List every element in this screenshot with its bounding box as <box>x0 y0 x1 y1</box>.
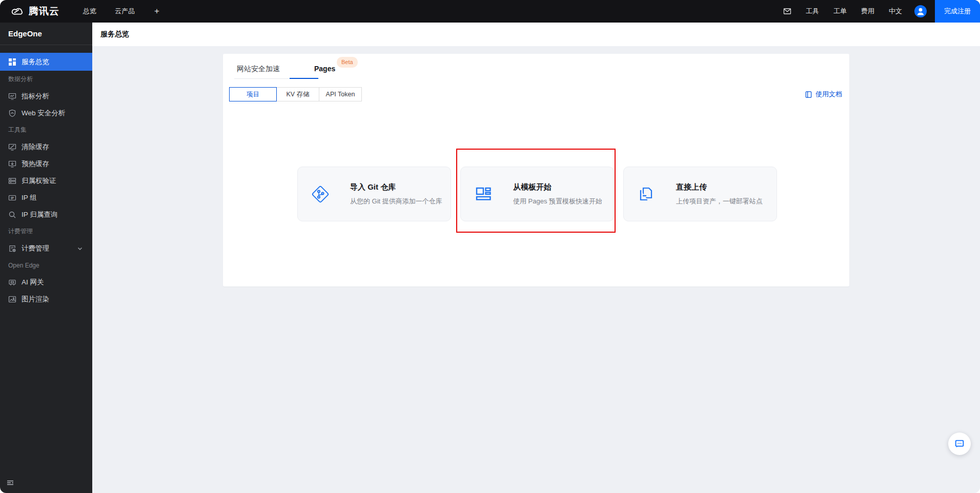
sidebar-item-label: 图片渲染 <box>22 295 49 304</box>
document-icon <box>805 91 812 98</box>
app-window: 腾讯云 总览 云产品 + 工具 工单 费用 中文 <box>0 0 980 493</box>
sidebar-item-ai-gateway[interactable]: AI 网关 <box>0 274 92 291</box>
card-title: 直接上传 <box>676 182 763 192</box>
card-direct-upload[interactable]: 直接上传 上传项目资产，一键部署站点 <box>623 167 777 221</box>
sidebar-item-ip-lookup[interactable]: IP 归属查询 <box>0 206 92 223</box>
chat-bubble-icon <box>954 438 965 449</box>
card-desc: 使用 Pages 预置模板快速开始 <box>513 197 602 206</box>
tools-link[interactable]: 工具 <box>799 0 826 23</box>
cloud-logo-icon <box>11 5 25 18</box>
create-options-row: 导入 Git 仓库 从您的 Git 提供商添加一个仓库 <box>223 167 849 221</box>
card-desc: 从您的 Git 提供商添加一个仓库 <box>350 197 442 206</box>
sidebar-spacer <box>0 45 92 53</box>
sidebar-item-label: IP 组 <box>22 193 37 202</box>
sidebar: EdgeOne 服务总览 数据分析 指标分析 <box>0 23 92 493</box>
sidebar-group-billing: 计费管理 <box>0 223 92 240</box>
view-switcher: 项目 KV 存储 API Token <box>229 87 362 101</box>
sidebar-item-metrics-analysis[interactable]: 指标分析 <box>0 88 92 105</box>
card-text: 直接上传 上传项目资产，一键部署站点 <box>676 182 763 206</box>
billing-doc-gear-icon <box>8 244 16 253</box>
card-desc: 上传项目资产，一键部署站点 <box>676 197 763 206</box>
sidebar-item-label: AI 网关 <box>22 278 44 287</box>
sidebar-item-purge-cache[interactable]: 清除缓存 <box>0 138 92 155</box>
tencent-cloud-logo[interactable]: 腾讯云 <box>11 5 59 18</box>
topbar: 腾讯云 总览 云产品 + 工具 工单 费用 中文 <box>0 0 980 23</box>
chevron-down-icon <box>77 245 83 252</box>
messages-button[interactable] <box>776 0 799 23</box>
sidebar-item-label: 预热缓存 <box>22 159 49 169</box>
docs-link-label: 使用文档 <box>815 90 842 99</box>
beta-badge: Beta <box>337 57 358 68</box>
search-icon <box>8 211 16 219</box>
page-title: 服务总览 <box>100 30 129 39</box>
sidebar-item-label: 服务总览 <box>22 57 49 67</box>
main-content: 服务总览 网站安全加速 Pages Beta 项目 KV 存储 API Toke… <box>92 23 980 493</box>
sidebar-item-image-rendering[interactable]: 图片渲染 <box>0 291 92 307</box>
brand-name: 腾讯云 <box>29 5 59 18</box>
sidebar-item-prefetch-cache[interactable]: 预热缓存 <box>0 155 92 172</box>
sidebar-item-label: 清除缓存 <box>22 142 49 152</box>
user-avatar[interactable] <box>914 5 927 17</box>
card-text: 从模板开始 使用 Pages 预置模板快速开始 <box>513 182 602 206</box>
ip-group-icon: IP <box>8 194 16 202</box>
topbar-right: 工具 工单 费用 中文 完成注册 <box>776 0 980 23</box>
collapse-sidebar-button[interactable] <box>6 479 14 487</box>
nav-add-tab-button[interactable]: + <box>146 0 168 23</box>
card-start-from-template[interactable]: 从模板开始 使用 Pages 预置模板快速开始 <box>460 167 614 221</box>
svg-text:IP: IP <box>11 196 14 199</box>
sidebar-item-label: 指标分析 <box>22 92 49 101</box>
sidebar-item-label: IP 归属查询 <box>22 210 57 219</box>
card-text: 导入 Git 仓库 从您的 Git 提供商添加一个仓库 <box>350 182 442 206</box>
image-render-icon <box>8 295 16 303</box>
git-branch-diamond-icon <box>310 184 331 204</box>
language-link[interactable]: 中文 <box>882 0 909 23</box>
upload-documents-icon <box>636 184 657 204</box>
topbar-nav: 总览 云产品 + <box>76 0 168 23</box>
complete-signup-button[interactable]: 完成注册 <box>935 0 980 23</box>
sidebar-item-label: 归属权验证 <box>22 176 56 186</box>
nav-overview-link[interactable]: 总览 <box>76 0 104 23</box>
sidebar-item-ip-group[interactable]: IP IP 组 <box>0 189 92 206</box>
card-title: 导入 Git 仓库 <box>350 182 442 192</box>
nav-products-link[interactable]: 云产品 <box>108 0 142 23</box>
ownership-list-icon <box>8 177 16 185</box>
prefetch-cache-icon <box>8 160 16 168</box>
sidebar-item-ownership-verification[interactable]: 归属权验证 <box>0 172 92 189</box>
tickets-link[interactable]: 工单 <box>826 0 854 23</box>
sidebar-item-service-overview[interactable]: 服务总览 <box>0 53 92 71</box>
envelope-icon <box>783 7 791 15</box>
card-import-git-repo[interactable]: 导入 Git 仓库 从您的 Git 提供商添加一个仓库 <box>297 167 451 221</box>
template-layout-icon <box>473 184 494 204</box>
person-icon <box>914 5 927 17</box>
card-title: 从模板开始 <box>513 182 602 192</box>
shield-pulse-icon <box>8 109 16 117</box>
billing-link[interactable]: 费用 <box>854 0 882 23</box>
segment-projects-button[interactable]: 项目 <box>229 87 277 101</box>
sidebar-product-title: EdgeOne <box>0 23 92 45</box>
tab-bar: 网站安全加速 Pages Beta <box>237 63 335 74</box>
tab-pages-label: Pages <box>314 65 335 73</box>
overview-panel: 网站安全加速 Pages Beta 项目 KV 存储 API Token <box>223 54 849 286</box>
tab-site-acceleration[interactable]: 网站安全加速 <box>237 63 280 74</box>
docs-link[interactable]: 使用文档 <box>805 90 842 99</box>
page-header: 服务总览 <box>92 23 980 46</box>
metrics-chart-icon <box>8 92 16 100</box>
sidebar-item-web-security-analysis[interactable]: Web 安全分析 <box>0 105 92 121</box>
segment-api-token-button[interactable]: API Token <box>319 87 362 101</box>
sidebar-group-data-analysis: 数据分析 <box>0 71 92 88</box>
segment-kv-storage-button[interactable]: KV 存储 <box>276 87 319 101</box>
support-chat-button[interactable] <box>948 433 971 455</box>
ai-gateway-icon <box>8 278 16 286</box>
purge-cache-icon <box>8 143 16 151</box>
dashboard-grid-icon <box>8 58 16 66</box>
sidebar-item-label: 计费管理 <box>22 244 49 253</box>
sidebar-item-label: Web 安全分析 <box>22 109 65 118</box>
sidebar-group-open-edge: Open Edge <box>0 257 92 274</box>
tab-pages[interactable]: Pages Beta <box>314 63 335 74</box>
sidebar-item-billing-management[interactable]: 计费管理 <box>0 240 92 257</box>
sidebar-group-toolkit: 工具集 <box>0 121 92 138</box>
active-tab-underline <box>290 78 318 79</box>
